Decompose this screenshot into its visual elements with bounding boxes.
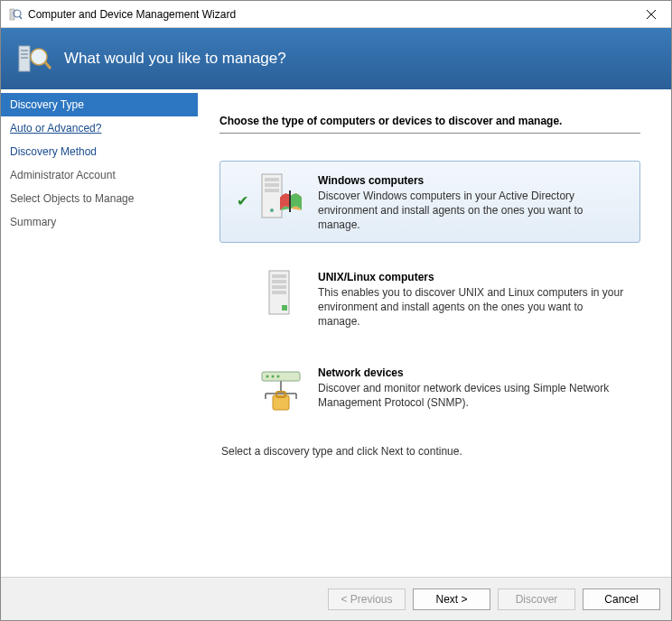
discover-button[interactable]: Discover	[498, 589, 575, 610]
option-unix-linux-computers[interactable]: UNIX/Linux computers This enables you to…	[219, 257, 640, 339]
option-desc: Discover and monitor network devices usi…	[318, 381, 627, 410]
svg-rect-20	[272, 285, 286, 289]
hint-text: Select a discovery type and click Next t…	[221, 445, 640, 458]
windows-server-icon	[257, 171, 305, 221]
svg-point-9	[31, 49, 47, 65]
svg-point-24	[266, 375, 269, 378]
svg-rect-6	[21, 50, 28, 51]
header-title: What would you like to manage?	[64, 50, 286, 68]
svg-rect-13	[265, 183, 279, 187]
checkmark-icon: ✔	[233, 192, 251, 209]
wizard-footer: < Previous Next > Discover Cancel	[1, 577, 671, 620]
wizard-header: What would you like to manage?	[1, 28, 671, 89]
svg-line-2	[20, 16, 23, 19]
titlebar: Computer and Device Management Wizard	[1, 1, 671, 28]
wizard-icon	[8, 7, 23, 22]
svg-rect-22	[282, 305, 287, 310]
close-button[interactable]	[631, 1, 671, 28]
svg-rect-16	[289, 190, 291, 212]
next-button[interactable]: Next >	[413, 589, 490, 610]
option-desc: This enables you to discover UNIX and Li…	[318, 285, 627, 329]
svg-rect-8	[21, 57, 28, 59]
svg-rect-12	[265, 178, 279, 181]
sidebar-item-select-objects[interactable]: Select Objects to Manage	[1, 187, 198, 210]
svg-point-26	[277, 375, 280, 378]
svg-rect-7	[21, 53, 28, 55]
unix-server-icon	[257, 267, 305, 318]
wizard-main: Choose the type of computers or devices …	[198, 89, 671, 577]
option-windows-computers[interactable]: ✔ Windows computers Disc	[219, 161, 640, 243]
sidebar-item-administrator-account[interactable]: Administrator Account	[1, 163, 198, 187]
network-devices-icon	[257, 363, 305, 413]
header-icon	[15, 41, 51, 77]
instruction-text: Choose the type of computers or devices …	[219, 115, 640, 134]
svg-rect-14	[265, 189, 279, 192]
option-title: UNIX/Linux computers	[318, 271, 627, 283]
sidebar-item-discovery-type[interactable]: Discovery Type	[1, 93, 198, 116]
svg-point-15	[270, 209, 274, 212]
svg-rect-21	[272, 291, 286, 294]
option-network-devices[interactable]: Network devices Discover and monitor net…	[219, 353, 640, 423]
sidebar-item-auto-or-advanced[interactable]: Auto or Advanced?	[1, 116, 198, 140]
svg-point-25	[272, 375, 275, 378]
previous-button[interactable]: < Previous	[328, 589, 406, 610]
option-title: Network devices	[318, 366, 627, 379]
wizard-sidebar: Discovery Type Auto or Advanced? Discove…	[1, 89, 198, 577]
sidebar-item-discovery-method[interactable]: Discovery Method	[1, 140, 198, 163]
cancel-button[interactable]: Cancel	[583, 589, 660, 610]
svg-rect-19	[272, 280, 286, 283]
sidebar-item-summary[interactable]: Summary	[1, 210, 198, 234]
option-title: Windows computers	[318, 174, 627, 187]
window-title: Computer and Device Management Wizard	[28, 8, 631, 21]
option-desc: Discover Windows computers in your Activ…	[318, 189, 627, 233]
svg-rect-18	[272, 274, 286, 278]
svg-rect-10	[44, 61, 51, 70]
